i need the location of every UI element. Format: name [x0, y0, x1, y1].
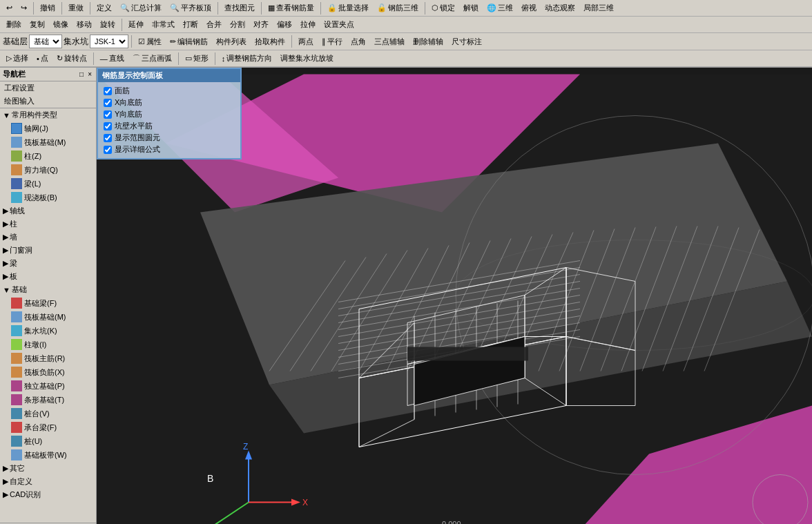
- three-point-arc-button[interactable]: ⌒ 三点画弧: [129, 52, 175, 65]
- tree-item-col-pedestal[interactable]: 柱墩(I): [0, 338, 96, 351]
- tree-category-opening[interactable]: ▶ 门窗洞: [0, 244, 96, 257]
- align-button[interactable]: 对齐: [250, 18, 272, 31]
- tree-category-wall[interactable]: ▶ 墙: [0, 231, 96, 244]
- lock-button[interactable]: 🔒 批量选择: [324, 1, 372, 14]
- tree-item-found-strip-band[interactable]: 基础板带(W): [0, 448, 96, 462]
- adjust-rebar-dir-button[interactable]: ↕ 调整钢筋方向: [218, 52, 276, 65]
- tree-item-pile-cap[interactable]: 桩台(V): [0, 407, 96, 420]
- tree-item-raft-main-rebar[interactable]: 筏板主筋(R): [0, 351, 96, 365]
- rebar-panel-title[interactable]: 钢筋显示控制面板: [98, 69, 240, 82]
- tree-item-cap-beam[interactable]: 承台梁(F): [0, 420, 96, 434]
- tree-item-found-raft[interactable]: 筏板基础(M): [0, 310, 96, 324]
- tree-category-other[interactable]: ▶ 其它: [0, 462, 96, 475]
- informal-button[interactable]: 非常式: [148, 18, 178, 31]
- tree-category-axis[interactable]: ▶ 轴线: [0, 204, 96, 217]
- mirror-button[interactable]: 镜像: [50, 18, 72, 31]
- tree-item-found-beam[interactable]: 基础梁(F): [0, 296, 96, 310]
- select-button[interactable]: ▷ 选择: [3, 52, 32, 65]
- undo-button[interactable]: ↩: [3, 2, 16, 14]
- rect-button[interactable]: ▭ 矩形: [182, 52, 212, 65]
- pick-component-button[interactable]: 拾取构件: [251, 35, 289, 48]
- set-grip-button[interactable]: 设置夹点: [320, 18, 358, 31]
- tree-item-raft[interactable]: 筏板基础(M): [0, 135, 96, 149]
- offset-button[interactable]: 偏移: [273, 18, 296, 31]
- rebar-check-2[interactable]: [104, 110, 112, 119]
- rebar-option-3[interactable]: 坑壁水平筋: [104, 120, 235, 132]
- component-list-button[interactable]: 构件列表: [213, 35, 250, 48]
- view-rebar-button[interactable]: 🔍 平齐板顶: [166, 1, 215, 14]
- point-angle-button[interactable]: 点角: [347, 35, 369, 48]
- merge-button[interactable]: 合并: [203, 18, 225, 31]
- 3d-button[interactable]: ⬡ 锁定: [428, 1, 458, 14]
- tree-category-custom[interactable]: ▶ 自定义: [0, 475, 96, 488]
- line-button[interactable]: — 直线: [97, 52, 128, 65]
- delete-button[interactable]: 删除: [3, 18, 25, 31]
- delete-axis-button[interactable]: 删除辅轴: [409, 35, 447, 48]
- tree-category-common[interactable]: ▼ 常用构件类型: [0, 108, 96, 122]
- local-3d-button[interactable]: 俯视: [518, 1, 540, 14]
- break-button[interactable]: 打断: [180, 18, 202, 31]
- rebar-check-3[interactable]: [104, 122, 112, 130]
- fullscreen-button[interactable]: 动态观察: [541, 1, 579, 14]
- tree-item-beam[interactable]: 梁(L): [0, 177, 96, 191]
- unlock-button[interactable]: 🔓 钢筋三维: [374, 1, 422, 14]
- tree-category-beam[interactable]: ▶ 梁: [0, 257, 96, 270]
- tree-item-raft-neg-rebar[interactable]: 筏板负筋(X): [0, 365, 96, 379]
- rebar-check-5[interactable]: [104, 146, 112, 154]
- define-button[interactable]: 撤销: [37, 1, 59, 14]
- tree-item-strip-found[interactable]: 条形基础(T): [0, 393, 96, 407]
- nav-sub-draw[interactable]: 绘图输入: [0, 95, 96, 108]
- align-top-button[interactable]: 定义: [93, 1, 115, 14]
- pile-cap-icon: [11, 408, 22, 419]
- copy-button[interactable]: 复制: [26, 18, 48, 31]
- rebar-option-4[interactable]: 显示范围圆元: [104, 132, 235, 144]
- tree-item-col[interactable]: 柱(Z): [0, 149, 96, 163]
- rebar-option-1[interactable]: X向底筋: [104, 97, 235, 108]
- rebar-check-0[interactable]: [104, 87, 112, 95]
- parallel-button[interactable]: ∥ 平行: [318, 35, 346, 48]
- tree-item-shear-wall[interactable]: 剪力墙(Q): [0, 163, 96, 177]
- redo-button[interactable]: ↪: [17, 2, 30, 14]
- top-view-button[interactable]: 解锁: [460, 1, 482, 14]
- tree-category-foundation[interactable]: ▼ 基础: [0, 283, 96, 296]
- tree-item-cast-slab[interactable]: 现浇板(B): [0, 191, 96, 204]
- rebar-option-5[interactable]: 显示详细公式: [104, 144, 235, 155]
- rebar-option-0[interactable]: 面筋: [104, 85, 235, 97]
- tree-item-pit[interactable]: 集水坑(K): [0, 324, 96, 338]
- orbit-button[interactable]: 🌐 三维: [483, 1, 516, 14]
- rebar-option-2[interactable]: Y向底筋: [104, 108, 235, 120]
- split-button[interactable]: 分割: [226, 18, 249, 31]
- find-element-button[interactable]: 🔍 汇总计算: [117, 1, 165, 14]
- point-button[interactable]: • 点: [33, 52, 52, 65]
- nav-sub-engineering[interactable]: 工程设置: [0, 81, 96, 95]
- tree-category-col[interactable]: ▶ 柱: [0, 217, 96, 231]
- tree-item-pile[interactable]: 桩(U): [0, 434, 96, 448]
- rebar-check-4[interactable]: [104, 134, 112, 142]
- tree-category-cad[interactable]: ▶ CAD识别: [0, 488, 96, 501]
- stretch-button[interactable]: 拉伸: [297, 18, 319, 31]
- move-button[interactable]: 移动: [73, 18, 95, 31]
- rebar-check-1[interactable]: [104, 99, 112, 107]
- three-point-axis-button[interactable]: 三点辅轴: [371, 35, 408, 48]
- property-button[interactable]: ☑ 属性: [135, 35, 165, 48]
- rebar-3d-button[interactable]: ▦ 查看钢筋量: [264, 1, 318, 14]
- nav-close-button[interactable]: ×: [86, 70, 93, 78]
- edit-rebar-button[interactable]: ✏ 编辑钢筋: [166, 35, 211, 48]
- layer-select[interactable]: 基础: [29, 35, 62, 48]
- tree-category-slab[interactable]: ▶ 板: [0, 270, 96, 283]
- summary-calc-button[interactable]: 重做: [65, 1, 87, 14]
- adjust-pit-slope-button[interactable]: 调整集水坑放坡: [277, 52, 337, 65]
- rotate-point-button[interactable]: ↻ 旋转点: [53, 52, 90, 65]
- rotate-button[interactable]: 旋转: [97, 18, 119, 31]
- tree-item-axis[interactable]: 轴网(J): [0, 122, 96, 135]
- pit-select[interactable]: JSK-1: [90, 35, 128, 48]
- dimension-button[interactable]: 尺寸标注: [448, 35, 485, 48]
- zoom-button[interactable]: 局部三维: [580, 1, 617, 14]
- viewport[interactable]: 钢筋显示控制面板 面筋 X向底筋 Y向底筋 坑壁水平筋: [97, 68, 812, 524]
- tree-item-isolated-found[interactable]: 独立基础(P): [0, 379, 96, 393]
- cap-beam-icon: [11, 422, 22, 433]
- two-point-button[interactable]: 两点: [295, 35, 317, 48]
- batch-select-button[interactable]: 查找图元: [221, 1, 258, 14]
- nav-pin-button[interactable]: □: [78, 70, 85, 78]
- extend-button[interactable]: 延伸: [125, 18, 147, 31]
